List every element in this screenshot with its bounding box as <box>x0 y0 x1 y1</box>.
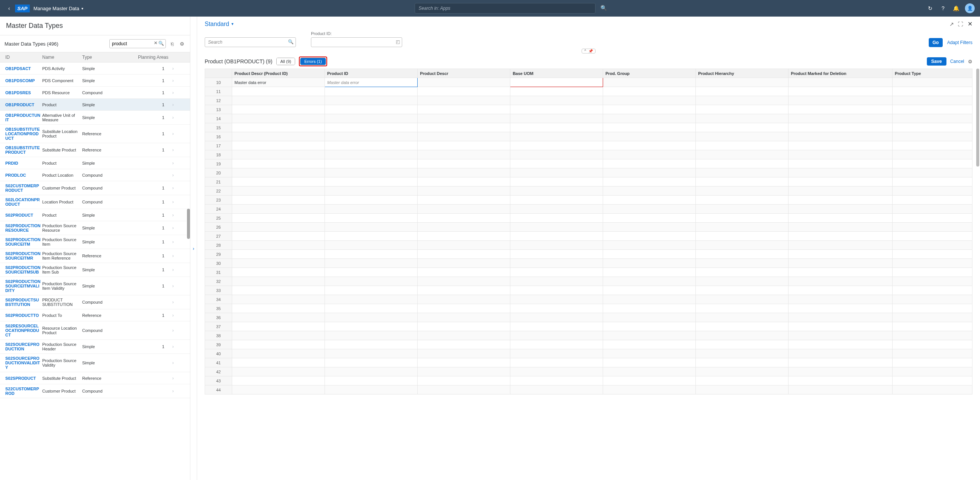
search-icon[interactable]: 🔍 <box>600 5 607 11</box>
list-item[interactable]: S02SOURCEPRODUCTIONVALIDITYProduction So… <box>0 354 190 372</box>
table-row[interactable]: 20 <box>205 168 972 178</box>
pin-icon[interactable]: 📌 <box>589 49 593 53</box>
scrollbar-thumb[interactable] <box>976 68 979 167</box>
list-item[interactable]: S02SOURCEPRODUCTIONProduction Source Hea… <box>0 340 190 354</box>
cell-product-type[interactable] <box>892 78 972 87</box>
clear-icon[interactable]: ✕ <box>154 40 158 46</box>
expand-icon[interactable]: › <box>192 246 194 251</box>
table-row[interactable]: 21 <box>205 178 972 186</box>
table-row[interactable]: 23 <box>205 195 972 205</box>
gear-icon[interactable]: ⚙ <box>968 59 972 64</box>
table-row[interactable]: 19 <box>205 159 972 168</box>
table-row[interactable]: 27 <box>205 232 972 241</box>
list-item[interactable]: S02CUSTOMERPRODUCTCustomer ProductCompou… <box>0 181 190 195</box>
table-row[interactable]: 30 <box>205 259 972 268</box>
list-item[interactable]: S02PRODUCTIONSOURCEITMRProduction Source… <box>0 249 190 263</box>
col-header-id[interactable]: ID <box>2 55 42 60</box>
list-item[interactable]: OB1PDSACTPDS ActivitySimple1› <box>0 62 190 75</box>
list-item[interactable]: S02PRODUCTIONRESOURCEProduction Source R… <box>0 221 190 235</box>
filter-icon[interactable]: ⎗ <box>169 41 176 47</box>
list-item[interactable]: S02PRODUCTIONSOURCEITMProduction Source … <box>0 235 190 249</box>
list-item[interactable]: S02LOCATIONPRODUCTLocation ProductCompou… <box>0 195 190 209</box>
refresh-icon[interactable]: ↻ <box>926 5 934 11</box>
grid-wrapper[interactable]: Product Descr (Product ID) Product ID Pr… <box>197 68 980 480</box>
col-product-hierarchy[interactable]: Product Hierarchy <box>696 69 789 78</box>
col-marked-deletion[interactable]: Product Marked for Deletion <box>789 69 892 78</box>
variant-selector[interactable]: Standard ▾ <box>205 21 234 27</box>
col-base-uom[interactable]: Base UOM <box>511 69 603 78</box>
cell-product-descr[interactable] <box>418 78 511 87</box>
segment-all[interactable]: All (9) <box>277 58 295 65</box>
table-row[interactable]: 37 <box>205 322 972 331</box>
fullscreen-icon[interactable]: ⛶ <box>958 21 963 27</box>
list-item[interactable]: S02PRODUCTIONSOURCEITMVALIDITYProduction… <box>0 277 190 296</box>
filter-search-input[interactable] <box>205 37 296 47</box>
filter-productid-input[interactable] <box>311 37 402 47</box>
scrollbar-thumb[interactable] <box>187 209 190 239</box>
col-header-planning-areas[interactable]: Planning Areas <box>138 55 171 60</box>
table-row[interactable]: 26 <box>205 223 972 232</box>
col-header-type[interactable]: Type <box>82 55 138 60</box>
cell-marked-deletion[interactable] <box>789 78 892 87</box>
list-item[interactable]: OB1PDSCOMPPDS ComponentSimple1› <box>0 75 190 87</box>
col-product-descr[interactable]: Product Descr <box>418 69 511 78</box>
col-product-id[interactable]: Product ID <box>325 69 418 78</box>
app-title[interactable]: Manage Master Data ▾ <box>33 6 83 11</box>
table-row[interactable]: 17 <box>205 141 972 150</box>
shell-search-input[interactable] <box>415 3 595 14</box>
table-row[interactable]: 34 <box>205 295 972 304</box>
go-button[interactable]: Go <box>929 38 943 47</box>
table-row[interactable]: 16 <box>205 132 972 141</box>
search-icon[interactable]: 🔍 <box>288 39 294 45</box>
table-row[interactable]: 39 <box>205 340 972 349</box>
list-item[interactable]: S22CUSTOMERPRODCustomer ProductCompound› <box>0 384 190 398</box>
table-row[interactable]: 44 <box>205 385 972 394</box>
table-row[interactable]: 14 <box>205 114 972 123</box>
table-row[interactable]: 13 <box>205 105 972 114</box>
search-icon[interactable]: 🔍 <box>158 41 164 46</box>
close-icon[interactable]: ✕ <box>967 20 972 27</box>
list-item[interactable]: OB1PRODUCTProductSimple1› <box>0 99 190 111</box>
list-item[interactable]: OB1SUBSTITUTELOCATIONPRODUCTSubstitute L… <box>0 125 190 143</box>
share-icon[interactable]: ↗ <box>950 21 954 27</box>
cell-product-id[interactable] <box>325 78 418 87</box>
cell-input[interactable] <box>327 80 415 85</box>
col-product-descr-id[interactable]: Product Descr (Product ID) <box>232 69 325 78</box>
list-item[interactable]: OB1SUBSTITUTEPRODUCTSubstitute ProductRe… <box>0 143 190 157</box>
table-row[interactable]: 24 <box>205 205 972 214</box>
table-row[interactable]: 11 <box>205 87 972 96</box>
list-item[interactable]: S02PRODUCTIONSOURCEITMSUBProduction Sour… <box>0 263 190 277</box>
table-row[interactable]: 22 <box>205 186 972 195</box>
table-row[interactable]: 40 <box>205 349 972 358</box>
cancel-link[interactable]: Cancel <box>950 59 964 64</box>
left-list[interactable]: OB1PDSACTPDS ActivitySimple1›OB1PDSCOMPP… <box>0 62 190 480</box>
table-row[interactable]: 12 <box>205 96 972 105</box>
avatar[interactable]: 👤 <box>965 3 975 13</box>
cell-prod-group[interactable] <box>603 78 696 87</box>
table-row[interactable]: 33 <box>205 286 972 295</box>
table-row[interactable]: 15 <box>205 123 972 132</box>
list-item[interactable]: S02PRODUCTTOProduct ToReference1› <box>0 309 190 321</box>
table-row[interactable]: 38 <box>205 331 972 340</box>
cell-product-hierarchy[interactable] <box>696 78 789 87</box>
table-row[interactable]: 42 <box>205 367 972 377</box>
list-item[interactable]: PRDIDProductSimple› <box>0 157 190 169</box>
col-prod-group[interactable]: Prod. Group <box>603 69 696 78</box>
table-row[interactable]: 28 <box>205 241 972 250</box>
adapt-filters-link[interactable]: Adapt Filters <box>947 40 972 45</box>
list-item[interactable]: S02RESOURCELOCATIONPRODUCTResource Locat… <box>0 321 190 340</box>
help-icon[interactable]: ? <box>939 5 947 11</box>
cell-product-descr-id[interactable]: Master data error <box>232 78 325 87</box>
table-row[interactable]: 35 <box>205 304 972 313</box>
list-item[interactable]: OB1PDSRESPDS ResourceCompound1› <box>0 87 190 99</box>
table-row[interactable]: 18 <box>205 150 972 159</box>
list-item[interactable]: OB1PRODUCTUNITAlternative Unit of Measur… <box>0 111 190 125</box>
collapse-up-icon[interactable]: ^ <box>584 49 586 53</box>
cell-base-uom[interactable] <box>511 78 603 87</box>
list-item[interactable]: PRODLOCProduct LocationCompound› <box>0 169 190 181</box>
table-row[interactable]: 43 <box>205 377 972 385</box>
value-help-icon[interactable]: ◰ <box>396 39 400 45</box>
table-row[interactable]: 31 <box>205 268 972 277</box>
col-header-name[interactable]: Name <box>42 55 82 60</box>
gear-icon[interactable]: ⚙ <box>179 41 185 47</box>
